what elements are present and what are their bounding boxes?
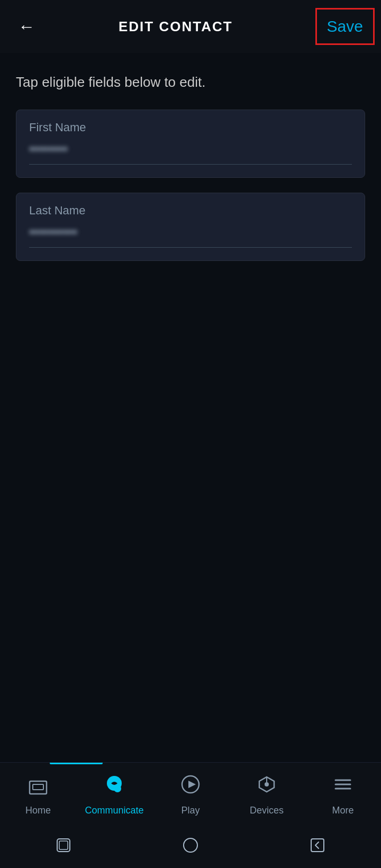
play-icon [179,773,202,801]
home-button[interactable] [181,836,200,858]
last-name-value: •••••••••• [29,224,352,243]
svg-point-13 [184,838,197,852]
svg-rect-12 [59,841,68,849]
last-name-field[interactable]: Last Name •••••••••• [16,193,365,261]
bottom-nav: Home Communicate Play [0,762,381,826]
header: ← EDIT CONTACT Save [0,0,381,53]
last-name-label: Last Name [29,204,352,218]
back-nav-button[interactable] [308,836,327,858]
first-name-field[interactable]: First Name •••••••• [16,110,365,178]
first-name-value: •••••••• [29,141,352,160]
nav-item-devices[interactable]: Devices [229,773,305,816]
devices-icon [255,773,278,801]
nav-item-more[interactable]: More [305,773,381,816]
devices-label: Devices [250,805,284,816]
communicate-icon [103,773,126,801]
svg-rect-0 [30,781,47,794]
more-label: More [332,805,353,816]
svg-rect-1 [33,784,43,790]
page-title: EDIT CONTACT [30,19,322,35]
system-nav-bar [0,826,381,868]
first-name-label: First Name [29,121,352,134]
svg-point-3 [114,785,121,792]
nav-item-communicate[interactable]: Communicate [76,773,152,816]
nav-item-home[interactable]: Home [0,773,76,816]
svg-rect-14 [311,839,324,852]
nav-active-indicator [50,763,103,764]
first-name-underline [29,164,352,165]
save-button[interactable]: Save [322,12,368,41]
recent-apps-button[interactable] [54,836,73,858]
communicate-label: Communicate [85,805,143,816]
last-name-underline [29,247,352,248]
play-label: Play [181,805,199,816]
svg-point-6 [265,782,269,786]
main-content: Tap eligible fields below to edit. First… [0,53,381,297]
instruction-text: Tap eligible fields below to edit. [16,74,365,91]
save-highlight-box: Save [322,12,368,41]
home-label: Home [25,805,51,816]
svg-marker-5 [188,781,196,788]
home-icon [26,773,50,801]
more-icon [331,773,355,801]
nav-item-play[interactable]: Play [152,773,229,816]
